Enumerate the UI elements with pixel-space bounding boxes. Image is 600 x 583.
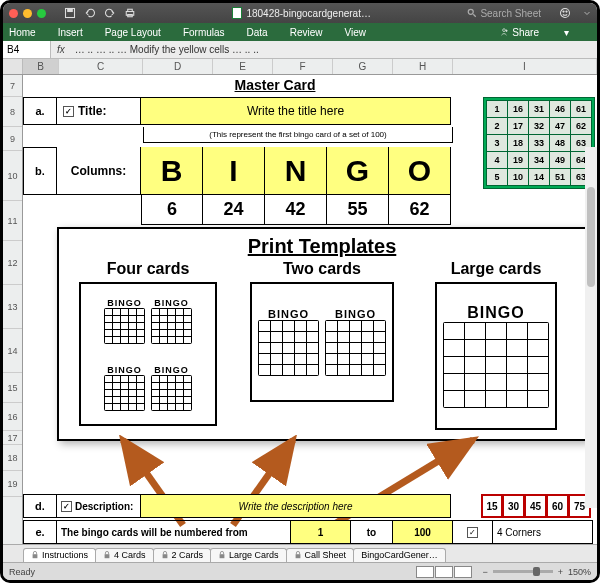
row-header[interactable]: 18 xyxy=(3,445,22,471)
numbering-text: The bingo cards will be numbered from xyxy=(57,520,291,544)
zoom-thumb[interactable] xyxy=(533,567,540,576)
col-header-h[interactable]: H xyxy=(393,59,453,74)
col-letter[interactable]: N xyxy=(265,147,327,195)
save-icon[interactable] xyxy=(64,7,76,19)
tab-2cards[interactable]: 2 Cards xyxy=(153,548,212,562)
numbering-row: e. The bingo cards will be numbered from… xyxy=(23,520,593,544)
row-header[interactable]: 19 xyxy=(3,471,22,497)
print-templates-overlay[interactable]: Print Templates Four cards BINGOBINGOBIN… xyxy=(57,227,587,441)
mini-card-cell: 3 xyxy=(487,135,508,152)
col-header-g[interactable]: G xyxy=(333,59,393,74)
from-input[interactable]: 1 xyxy=(291,520,351,544)
row-header[interactable]: 12 xyxy=(3,241,22,285)
minimize-icon[interactable] xyxy=(23,9,32,18)
col-header-b[interactable]: B xyxy=(23,59,59,74)
description-checkbox[interactable]: ✓ xyxy=(61,501,72,512)
select-all-corner[interactable] xyxy=(3,59,23,74)
menu-data[interactable]: Data xyxy=(247,27,268,38)
zoom-value[interactable]: 150% xyxy=(568,567,591,577)
vertical-scrollbar[interactable] xyxy=(585,147,597,508)
chevron-down-icon[interactable] xyxy=(583,7,591,19)
num-cell[interactable]: 62 xyxy=(389,195,451,225)
row-header[interactable]: 15 xyxy=(3,373,22,403)
row-header[interactable]: 9 xyxy=(3,127,22,151)
num-cell[interactable]: 55 xyxy=(327,195,389,225)
col-header-e[interactable]: E xyxy=(213,59,273,74)
svg-point-11 xyxy=(566,11,567,12)
num-cell[interactable]: 42 xyxy=(265,195,327,225)
mini-card-cell: 14 xyxy=(529,169,550,186)
row-header[interactable]: 7 xyxy=(3,75,22,97)
row-header[interactable]: 11 xyxy=(3,201,22,241)
scroll-thumb[interactable] xyxy=(587,187,595,287)
zoom-icon[interactable] xyxy=(37,9,46,18)
menu-review[interactable]: Review xyxy=(290,27,323,38)
col-letter[interactable]: G xyxy=(327,147,389,195)
col-header-d[interactable]: D xyxy=(143,59,213,74)
tab-label: 2 Cards xyxy=(172,550,204,560)
view-normal-icon[interactable] xyxy=(416,566,434,578)
tab-instructions[interactable]: Instructions xyxy=(23,548,96,562)
description-input[interactable]: Write the description here xyxy=(141,494,451,518)
tab-callsheet[interactable]: Call Sheet xyxy=(286,548,355,562)
col-letter[interactable]: I xyxy=(203,147,265,195)
menu-pagelayout[interactable]: Page Layout xyxy=(105,27,161,38)
row-header[interactable]: 17 xyxy=(3,431,22,445)
print-icon[interactable] xyxy=(124,7,136,19)
menu-home[interactable]: Home xyxy=(9,27,36,38)
tab-label: Instructions xyxy=(42,550,88,560)
col-letter[interactable]: O xyxy=(389,147,451,195)
red-strip: 15 30 45 60 75 xyxy=(481,494,591,518)
col-header-f[interactable]: F xyxy=(273,59,333,74)
col-letter[interactable]: B xyxy=(141,147,203,195)
redo-icon[interactable] xyxy=(104,7,116,19)
svg-point-12 xyxy=(503,29,506,32)
col-header-c[interactable]: C xyxy=(59,59,143,74)
close-icon[interactable] xyxy=(9,9,18,18)
search-placeholder: Search Sheet xyxy=(480,8,541,19)
row-header[interactable]: 16 xyxy=(3,403,22,431)
undo-icon[interactable] xyxy=(84,7,96,19)
col-header-i[interactable]: I xyxy=(453,59,597,74)
view-pagebreak-icon[interactable] xyxy=(454,566,472,578)
share-button[interactable]: Share ▾ xyxy=(499,27,591,38)
row-header[interactable]: 10 xyxy=(3,151,22,201)
large-cards-label: Large cards xyxy=(451,260,542,278)
feedback-icon[interactable] xyxy=(559,7,571,19)
four-cards-col: Four cards BINGOBINGOBINGOBINGO xyxy=(63,260,233,430)
to-input[interactable]: 100 xyxy=(393,520,453,544)
zoom-out-icon[interactable]: − xyxy=(482,567,487,577)
fx-icon[interactable]: fx xyxy=(51,44,71,55)
svg-rect-1 xyxy=(68,9,73,12)
mini-card-cell: 5 xyxy=(487,169,508,186)
num-cell[interactable]: 6 xyxy=(141,195,203,225)
tab-4cards[interactable]: 4 Cards xyxy=(95,548,154,562)
num-cell[interactable]: 24 xyxy=(203,195,265,225)
mini-card-cell: 51 xyxy=(550,169,571,186)
mini-card-cell: 19 xyxy=(508,152,529,169)
tab-largecards[interactable]: Large Cards xyxy=(210,548,287,562)
menu-formulas[interactable]: Formulas xyxy=(183,27,225,38)
zoom-in-icon[interactable]: + xyxy=(558,567,563,577)
mini-card-cell: 2 xyxy=(487,118,508,135)
row-header[interactable]: 8 xyxy=(3,97,22,127)
row-header[interactable]: 13 xyxy=(3,285,22,329)
corners-checkbox[interactable]: ✓ xyxy=(467,527,478,538)
menubar: Home Insert Page Layout Formulas Data Re… xyxy=(3,23,597,41)
mini-card-cell: 49 xyxy=(550,152,571,169)
label-a: a. xyxy=(23,97,57,125)
formula-text[interactable]: … .. … .. … Modify the yellow cells … ..… xyxy=(71,44,597,55)
name-box[interactable]: B4 xyxy=(3,41,51,58)
search-box[interactable]: Search Sheet xyxy=(467,8,541,19)
menu-insert[interactable]: Insert xyxy=(58,27,83,38)
zoom-slider[interactable] xyxy=(493,570,553,573)
view-pagelayout-icon[interactable] xyxy=(435,566,453,578)
menu-view[interactable]: View xyxy=(344,27,366,38)
svg-point-7 xyxy=(469,9,474,14)
row-header[interactable]: 14 xyxy=(3,329,22,373)
corners-checkbox-cell: ✓ xyxy=(453,520,493,544)
title-input[interactable]: Write the title here xyxy=(141,97,451,125)
quick-access xyxy=(64,7,136,19)
title-checkbox[interactable]: ✓ xyxy=(63,106,74,117)
tab-generator[interactable]: BingoCardGener… xyxy=(353,548,446,562)
